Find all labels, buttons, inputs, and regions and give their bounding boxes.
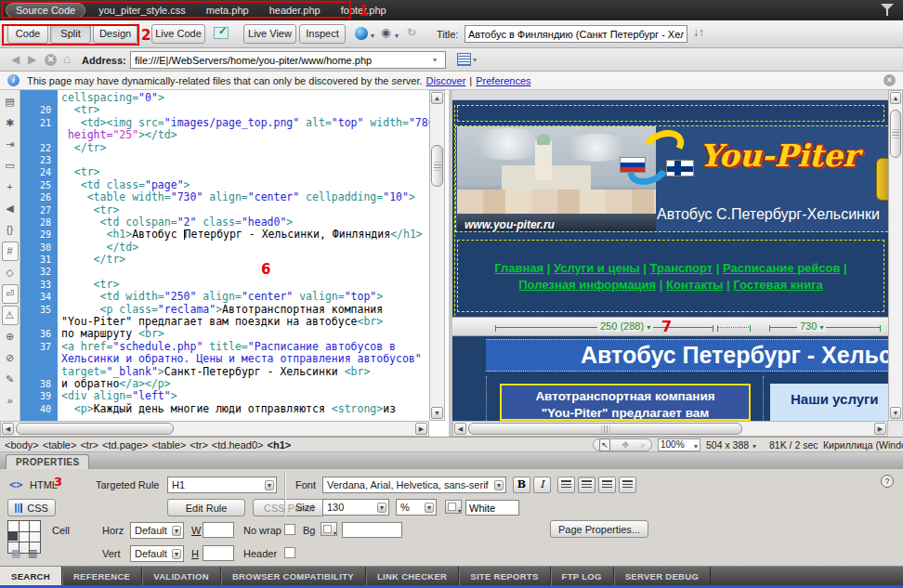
code-hscroll-thumb[interactable] — [16, 423, 174, 435]
panel-tab[interactable]: LINK CHECKER — [366, 567, 459, 585]
header-checkbox[interactable] — [284, 547, 295, 558]
check-browser-compatibility-icon[interactable]: ✓ — [214, 27, 229, 39]
vert-select[interactable]: Default — [130, 545, 184, 562]
highlight-invalid-code-icon[interactable]: ◇ — [2, 263, 19, 282]
filter-related-files-icon[interactable] — [881, 4, 894, 16]
select-tool-icon[interactable]: ↖ — [599, 438, 610, 451]
related-file-tab[interactable]: you_piter_style.css — [98, 5, 186, 16]
panel-tab[interactable]: SERVER DEBUG — [614, 567, 711, 585]
text-color-swatch[interactable] — [445, 500, 462, 514]
balance-braces-icon[interactable]: {} — [2, 220, 19, 240]
merge-cells-icon[interactable]: ▦ — [11, 547, 20, 559]
scroll-down-icon[interactable]: ▼ — [431, 407, 443, 419]
visual-aids-icon[interactable]: ◉ — [381, 26, 390, 39]
bg-color-swatch[interactable] — [321, 522, 337, 536]
targeted-rule-select[interactable]: H1 — [167, 477, 277, 493]
panel-tab[interactable]: SITE REPORTS — [459, 567, 550, 585]
code-horizontal-scrollbar[interactable]: ◀ ▶ — [0, 421, 429, 437]
code-view-pane[interactable]: ▤✱⇥▭+◀{}#◇⏎⚠⊕⊘✎» cellspacing="0">20 <tr>… — [0, 90, 449, 437]
css-mode-button[interactable]: CSS — [7, 499, 56, 516]
page-properties-button[interactable]: Page Properties... — [550, 520, 648, 538]
preview-dropdown-icon[interactable]: ▾ — [371, 32, 374, 40]
word-wrap-icon[interactable]: ⏎ — [2, 284, 19, 304]
services-box[interactable]: Наши услуги — [770, 384, 888, 421]
snippets-icon[interactable]: ✱ — [2, 113, 19, 133]
reclama-box[interactable]: Автотранспортная компания "You-Piter" пр… — [500, 384, 751, 421]
address-dropdown-icon[interactable]: ▾ — [433, 56, 437, 64]
nav-link[interactable]: Услуги и цены — [554, 261, 640, 275]
scroll-down-icon[interactable]: ▼ — [890, 407, 901, 419]
width-input[interactable] — [203, 522, 234, 538]
italic-button[interactable]: I — [533, 477, 551, 493]
table-width-menu-icon[interactable]: ▾ — [819, 323, 823, 332]
tag-selector-item[interactable]: <td.head0> — [212, 439, 264, 451]
properties-tab[interactable]: PROPERTIES — [6, 454, 89, 469]
document-title-input[interactable] — [465, 25, 687, 43]
text-color-input[interactable] — [465, 500, 519, 516]
zoom-tool-icon[interactable]: ⌕ — [641, 439, 646, 451]
code-scroll-thumb[interactable] — [431, 145, 443, 187]
nav-link[interactable]: Гостевая книга — [733, 278, 823, 292]
file-management-icon[interactable]: ↓↑ — [693, 26, 704, 39]
source-code-tab[interactable]: Source Code — [6, 3, 85, 18]
bg-color-input[interactable] — [342, 522, 402, 538]
scroll-up-icon[interactable]: ▲ — [890, 92, 901, 104]
scroll-up-icon[interactable]: ▲ — [431, 92, 443, 104]
design-hscroll-thumb[interactable] — [468, 423, 742, 435]
size-select[interactable]: 130 — [322, 499, 389, 516]
help-icon[interactable]: ? — [881, 475, 894, 488]
table-width-bar[interactable]: 250 (288) ▾ 730 ▾ 7 — [452, 317, 888, 336]
inspect-button[interactable]: Inspect — [299, 24, 346, 44]
split-view-button[interactable]: Split — [50, 24, 91, 44]
discover-link[interactable]: Discover — [426, 75, 466, 86]
font-select[interactable]: Verdana, Arial, Helvetica, sans-serif — [322, 477, 506, 493]
page-top-image-row[interactable] — [457, 105, 884, 122]
format-source-icon[interactable]: ✎ — [2, 370, 19, 389]
close-info-bar-icon[interactable]: × — [883, 74, 896, 86]
align-left-button[interactable] — [557, 477, 575, 493]
design-vertical-scrollbar[interactable]: ▲ ▼ — [888, 90, 903, 421]
design-scroll-thumb[interactable] — [890, 110, 901, 158]
panel-tab[interactable]: VALIDATION — [142, 567, 221, 585]
preferences-link[interactable]: Preferences — [476, 75, 530, 86]
refresh-icon[interactable]: ↻ — [407, 26, 416, 39]
design-view-button[interactable]: Design — [93, 24, 137, 44]
align-justify-button[interactable] — [619, 477, 636, 493]
open-documents-icon[interactable]: ▤ — [2, 92, 19, 111]
design-page[interactable]: www.you-piter.ru You-Piter Автобус С.Пет… — [452, 100, 888, 421]
address-list-dropdown-icon[interactable]: ▾ — [473, 56, 477, 64]
line-numbers-icon[interactable]: # — [2, 242, 19, 261]
panel-tab[interactable]: SEARCH — [0, 567, 62, 585]
nav-link[interactable]: Полезная информация — [518, 278, 656, 292]
panel-tab[interactable]: FTP LOG — [551, 567, 614, 585]
scroll-right-icon[interactable]: ▶ — [874, 423, 886, 435]
magnification-select[interactable]: 100%▾ — [658, 438, 700, 451]
hand-tool-icon[interactable]: ✥ — [622, 439, 629, 451]
edit-rule-button[interactable]: Edit Rule — [167, 499, 245, 516]
tag-selector-item[interactable]: <h1> — [268, 439, 292, 451]
bold-button[interactable]: B — [513, 477, 530, 493]
preview-in-browser-icon[interactable] — [355, 27, 368, 40]
align-right-button[interactable] — [598, 477, 616, 493]
stop-icon[interactable]: ✕ — [45, 54, 57, 66]
select-parent-tag-icon[interactable]: ◀ — [2, 199, 19, 218]
design-horizontal-scrollbar[interactable]: ◀ ▶ — [452, 421, 888, 437]
live-view-button[interactable]: Live View — [243, 24, 296, 44]
visual-aids-dropdown-icon[interactable]: ▾ — [395, 32, 399, 40]
scroll-left-icon[interactable]: ◀ — [454, 423, 466, 435]
home-icon[interactable]: ⌂ — [63, 51, 71, 66]
address-list-icon[interactable] — [457, 53, 471, 66]
column-width-guide-mid[interactable] — [717, 327, 751, 328]
tag-selector-item[interactable]: <table> — [152, 439, 187, 451]
tag-selector-item[interactable]: <table> — [43, 439, 77, 451]
site-banner[interactable]: www.you-piter.ru You-Piter Автобус С.Пет… — [455, 125, 888, 232]
address-input[interactable] — [130, 51, 446, 69]
code-view-button[interactable]: Code — [7, 24, 48, 44]
related-file-tab[interactable]: header.php — [269, 5, 321, 16]
horz-select[interactable]: Default — [130, 522, 184, 539]
table-width-label[interactable]: 730 ▾ — [797, 320, 826, 332]
size-unit-select[interactable]: % — [396, 499, 437, 516]
live-code-button[interactable]: Live Code — [151, 24, 205, 44]
collapse-full-tag-icon[interactable]: ⇥ — [2, 135, 19, 154]
tag-selector-item[interactable]: <tr> — [190, 439, 208, 451]
